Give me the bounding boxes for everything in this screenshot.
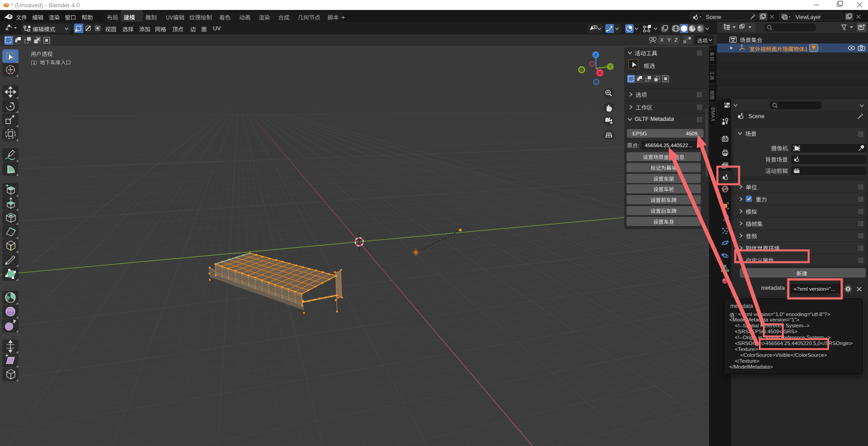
svg-text:Z: Z (594, 53, 597, 57)
svg-text:X: X (598, 71, 601, 75)
svg-text:Y: Y (609, 64, 612, 69)
